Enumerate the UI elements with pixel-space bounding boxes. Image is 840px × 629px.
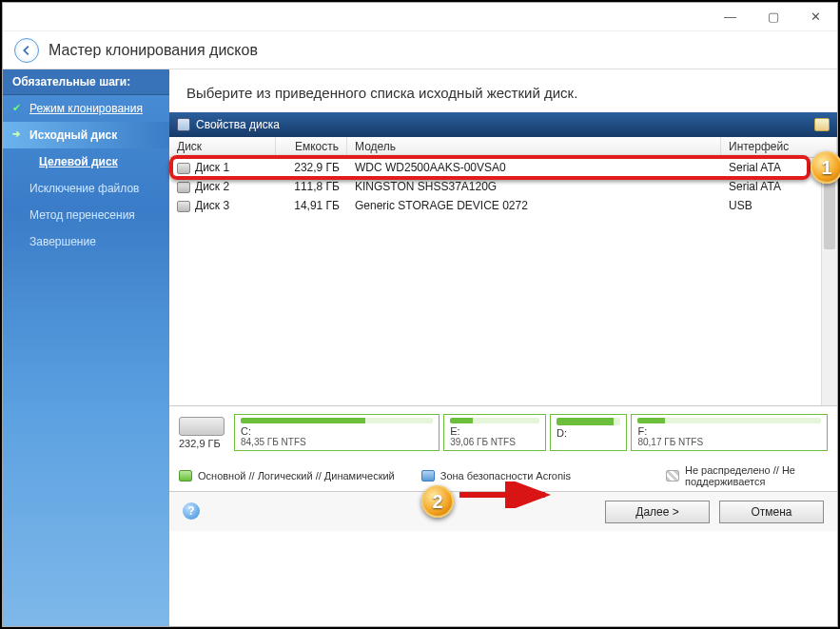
step-source-disk[interactable]: Исходный диск [3, 122, 169, 148]
hdd-icon [177, 201, 190, 212]
col-model[interactable]: Модель [347, 137, 721, 157]
disk-total: 232,9 ГБ [179, 414, 230, 451]
sidebar-header: Обязательные шаги: [3, 69, 169, 95]
usage-bar [450, 418, 539, 423]
disk-properties-bar[interactable]: Свойства диска [169, 112, 837, 137]
wizard-body: Обязательные шаги: Режим клонирования Ис… [3, 69, 837, 626]
col-disk[interactable]: Диск [169, 137, 276, 157]
table-row[interactable]: 1 Диск 1 232,9 ГБ WDC WD2500AAKS-00VSA0 … [169, 158, 837, 177]
partition-d[interactable]: D: [550, 414, 627, 451]
annotation-marker-1: 1 [811, 151, 840, 184]
cancel-button[interactable]: Отмена [719, 501, 824, 523]
step-transfer-method: Метод перенесения [3, 202, 169, 228]
minimize-button[interactable]: — [709, 4, 752, 30]
usage-bar [637, 418, 821, 423]
disk-icon [177, 118, 190, 131]
partition-e[interactable]: E: 39,06 ГБ NTFS [443, 414, 546, 451]
legend-acronis: Зона безопасности Acronis [440, 470, 571, 482]
wizard-title: Мастер клонирования дисков [49, 42, 258, 59]
scroll-thumb[interactable] [824, 173, 835, 249]
hdd-icon [177, 182, 190, 193]
disk-table: Диск Емкость Модель Интерфейс 1 Диск 1 2… [169, 137, 837, 405]
legend-swatch-primary [179, 470, 192, 482]
hdd-icon [177, 163, 190, 174]
wizard-window: — ▢ ✕ Мастер клонирования дисков Обязате… [2, 2, 838, 627]
usage-bar [557, 418, 620, 425]
legend-swatch-acronis [421, 470, 435, 482]
vertical-scrollbar[interactable] [821, 158, 837, 405]
main-panel: Выберите из приведенного списка исходный… [169, 69, 837, 626]
maximize-button[interactable]: ▢ [752, 4, 794, 30]
legend-primary: Основной // Логический // Динамический [198, 470, 395, 482]
disk-graphic-icon [179, 417, 225, 436]
step-exclude-files: Исключение файлов [3, 175, 169, 202]
annotation-arrow-icon [455, 482, 559, 508]
legend-swatch-unallocated [666, 470, 679, 482]
usage-bar [241, 418, 433, 423]
annotation-marker-2: 2 [421, 485, 454, 518]
back-button[interactable] [14, 38, 39, 63]
table-header: Диск Емкость Модель Интерфейс [169, 137, 837, 158]
main-heading: Выберите из приведенного списка исходный… [169, 69, 837, 112]
step-clone-mode[interactable]: Режим клонирования [3, 95, 169, 122]
disk-properties-label: Свойства диска [196, 118, 280, 131]
next-button[interactable]: Далее > [605, 501, 710, 523]
partition-f[interactable]: F: 80,17 ГБ NTFS [631, 414, 828, 451]
partition-c[interactable]: C: 84,35 ГБ NTFS [234, 414, 440, 451]
col-capacity[interactable]: Емкость [276, 137, 347, 157]
columns-chooser-icon[interactable] [814, 118, 830, 131]
close-button[interactable]: ✕ [794, 4, 837, 30]
partition-map: 232,9 ГБ C: 84,35 ГБ NTFS E: 39,06 ГБ NT… [169, 405, 837, 459]
step-finish: Завершение [3, 228, 169, 255]
arrow-left-icon [20, 44, 33, 57]
wizard-header: Мастер клонирования дисков [3, 31, 837, 69]
table-rows: 1 Диск 1 232,9 ГБ WDC WD2500AAKS-00VSA0 … [169, 158, 837, 215]
legend-unallocated: Не распределено // Не поддерживается [685, 464, 828, 487]
titlebar: — ▢ ✕ [3, 3, 837, 31]
sidebar: Обязательные шаги: Режим клонирования Ис… [3, 69, 169, 626]
footer: ? 2 Далее > Отмена [169, 491, 837, 531]
table-row[interactable]: Диск 3 14,91 ГБ Generic STORAGE DEVICE 0… [169, 196, 837, 215]
table-row[interactable]: Диск 2 111,8 ГБ KINGSTON SHSS37A120G Ser… [169, 177, 837, 196]
step-target-disk[interactable]: Целевой диск [3, 148, 169, 175]
help-button[interactable]: ? [183, 502, 200, 520]
